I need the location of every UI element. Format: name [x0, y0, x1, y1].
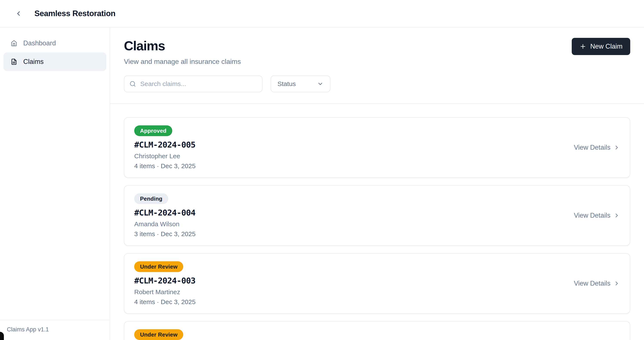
- filters-row: Status: [124, 76, 630, 92]
- claim-card: Under Review #CLM-2024-002 View Details: [124, 321, 630, 340]
- view-details-label: View Details: [574, 144, 610, 152]
- status-filter-label: Status: [278, 80, 296, 88]
- claim-card-info: Under Review #CLM-2024-003 Robert Martin…: [134, 261, 196, 306]
- new-claim-button[interactable]: New Claim: [572, 38, 630, 55]
- claim-id: #CLM-2024-004: [134, 208, 196, 218]
- claim-card: Approved #CLM-2024-005 Christopher Lee 4…: [124, 117, 630, 178]
- new-claim-button-label: New Claim: [590, 42, 622, 50]
- claim-claimant-name: Christopher Lee: [134, 152, 196, 160]
- claim-card-info: Approved #CLM-2024-005 Christopher Lee 4…: [134, 126, 196, 170]
- home-icon: [11, 40, 17, 46]
- page-subtitle: View and manage all insurance claims: [124, 58, 630, 66]
- view-details-link[interactable]: View Details: [574, 339, 620, 340]
- view-details-link[interactable]: View Details: [574, 212, 620, 219]
- page-header: Claims View and manage all insurance cla…: [110, 28, 644, 104]
- claim-id: #CLM-2024-003: [134, 276, 196, 286]
- page-title: Claims: [124, 38, 630, 53]
- claim-card-info: Pending #CLM-2024-004 Amanda Wilson 3 it…: [134, 193, 196, 238]
- content-shell: Dashboard Claims Claims App v1.1 Claims …: [0, 28, 644, 340]
- status-badge: Under Review: [134, 261, 183, 272]
- status-filter-dropdown[interactable]: Status: [270, 76, 330, 92]
- search-icon: [130, 81, 136, 87]
- claim-card: Pending #CLM-2024-004 Amanda Wilson 3 it…: [124, 185, 630, 246]
- main-content: Claims View and manage all insurance cla…: [110, 28, 644, 340]
- file-text-icon: [11, 58, 17, 65]
- status-badge: Approved: [134, 126, 172, 136]
- chevron-down-icon: [317, 81, 324, 87]
- claim-meta: 3 items · Dec 3, 2025: [134, 230, 196, 238]
- sidebar-item-claims[interactable]: Claims: [4, 52, 106, 71]
- view-details-label: View Details: [574, 280, 610, 287]
- view-details-link[interactable]: View Details: [574, 144, 620, 152]
- search-box: [124, 76, 262, 92]
- chevron-right-icon: [614, 212, 620, 219]
- claim-card: Under Review #CLM-2024-003 Robert Martin…: [124, 253, 630, 314]
- sidebar: Dashboard Claims Claims App v1.1: [0, 28, 110, 340]
- claim-meta: 4 items · Dec 3, 2025: [134, 298, 196, 306]
- sidebar-item-label: Dashboard: [23, 39, 56, 47]
- app-window: Seamless Restoration Dashboard Claims Cl…: [0, 0, 644, 340]
- view-details-label: View Details: [574, 212, 610, 219]
- chevron-right-icon: [614, 280, 620, 287]
- app-title: Seamless Restoration: [34, 9, 116, 18]
- sidebar-footer-version: Claims App v1.1: [0, 320, 110, 340]
- back-button[interactable]: [14, 9, 23, 18]
- view-details-label: View Details: [574, 339, 610, 340]
- search-input[interactable]: [140, 80, 257, 88]
- status-badge: Under Review: [134, 329, 183, 340]
- sidebar-item-label: Claims: [23, 58, 44, 66]
- claims-list: Approved #CLM-2024-005 Christopher Lee 4…: [110, 104, 644, 340]
- chevron-right-icon: [614, 144, 620, 151]
- top-header: Seamless Restoration: [0, 0, 644, 28]
- claim-meta: 4 items · Dec 3, 2025: [134, 162, 196, 170]
- status-badge: Pending: [134, 193, 168, 204]
- chevron-left-icon: [15, 10, 22, 17]
- claim-claimant-name: Robert Martinez: [134, 288, 196, 296]
- claim-card-info: Under Review #CLM-2024-002: [134, 329, 195, 340]
- view-details-link[interactable]: View Details: [574, 280, 620, 287]
- plus-icon: [580, 43, 586, 50]
- sidebar-item-dashboard[interactable]: Dashboard: [4, 34, 106, 52]
- claim-id: #CLM-2024-005: [134, 140, 196, 150]
- claim-claimant-name: Amanda Wilson: [134, 220, 196, 228]
